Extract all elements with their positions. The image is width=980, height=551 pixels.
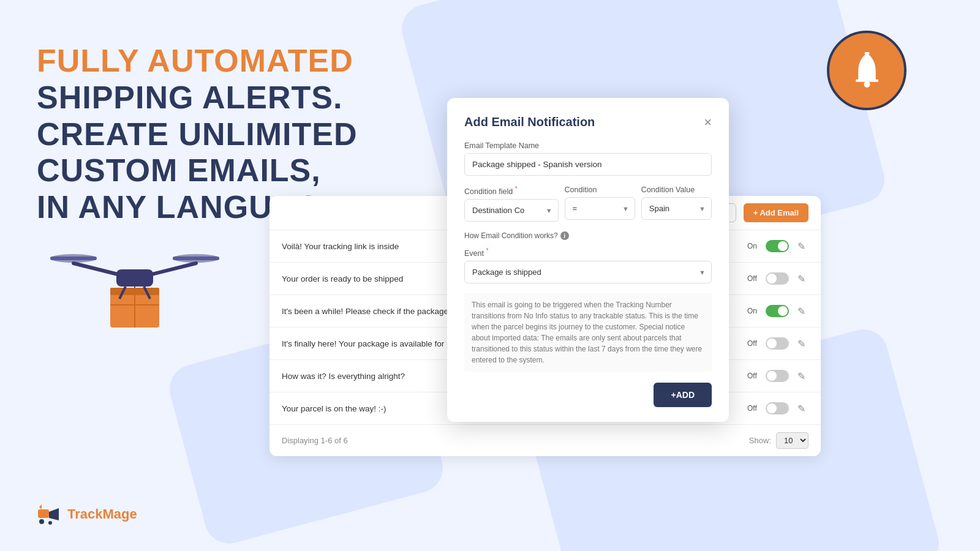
condition-value-label: Condition Value — [641, 186, 712, 194]
show-dropdown[interactable]: 10 25 50 — [776, 432, 809, 449]
svg-line-6 — [74, 263, 123, 276]
row-controls: Off ✎ — [747, 401, 809, 416]
condition-value-group: Condition Value Spain ▼ — [641, 186, 712, 222]
logo-mage: Mage — [103, 506, 137, 522]
display-count: Displaying 1-6 of 6 — [282, 436, 348, 445]
svg-rect-1 — [864, 52, 869, 54]
how-email-works-link[interactable]: How Email Condition works? i — [464, 231, 712, 240]
toggle-label: Off — [747, 274, 761, 283]
add-email-modal: Add Email Notification × Email Template … — [447, 98, 729, 422]
svg-point-0 — [864, 81, 870, 87]
event-select[interactable]: Package is shipped — [464, 261, 712, 283]
event-label: Event * — [464, 247, 712, 258]
edit-button[interactable]: ✎ — [794, 369, 809, 383]
condition-field-group: Condition field * Destination Co ▼ — [464, 186, 559, 222]
show-select: Show: 10 25 50 — [749, 432, 809, 449]
add-button[interactable]: +ADD — [654, 383, 712, 407]
modal-title: Add Email Notification — [464, 115, 595, 129]
condition-operator-select[interactable]: = != — [565, 197, 635, 220]
email-list-footer: Displaying 1-6 of 6 Show: 10 25 50 — [270, 424, 821, 456]
row-controls: Off ✎ — [747, 336, 809, 351]
toggle-label: Off — [747, 404, 761, 413]
toggle-label: Off — [747, 339, 761, 348]
condition-value-select-wrapper: Spain ▼ — [641, 197, 712, 220]
svg-point-18 — [48, 521, 52, 525]
toggle-switch[interactable] — [766, 240, 789, 252]
drone-illustration — [37, 214, 233, 337]
toggle-label: On — [747, 242, 761, 250]
info-icon: i — [560, 231, 569, 240]
row-controls: On ✎ — [747, 304, 809, 318]
toggle-switch[interactable] — [766, 272, 789, 285]
edit-button[interactable]: ✎ — [794, 304, 809, 318]
event-select-wrapper: Package is shipped ▼ — [464, 261, 712, 283]
logo-icon — [37, 502, 61, 527]
hero-line1-orange: FULLY AUTOMATED — [37, 43, 353, 78]
condition-value-select[interactable]: Spain — [641, 197, 712, 220]
show-label: Show: — [749, 436, 771, 445]
hero-line2: CREATE UNLIMITED CUSTOM EMAILS, — [37, 116, 357, 189]
condition-field-select-wrapper: Destination Co ▼ — [464, 199, 559, 222]
svg-line-7 — [147, 263, 196, 276]
condition-operator-group: Condition = != ▼ — [565, 186, 635, 222]
edit-button[interactable]: ✎ — [794, 336, 809, 351]
toggle-switch[interactable] — [766, 370, 789, 382]
toggle-label: On — [747, 307, 761, 315]
edit-button[interactable]: ✎ — [794, 239, 809, 253]
template-name-group: Email Template Name — [464, 141, 712, 176]
toggle-switch[interactable] — [766, 305, 789, 317]
condition-operator-select-wrapper: = != ▼ — [565, 197, 635, 220]
condition-operator-label: Condition — [565, 186, 635, 194]
condition-row: Condition field * Destination Co ▼ Condi… — [464, 186, 712, 222]
toggle-switch[interactable] — [766, 337, 789, 350]
row-controls: Off ✎ — [747, 369, 809, 383]
main-content: FULLY AUTOMATED SHIPPING ALERTS. CREATE … — [0, 0, 980, 551]
svg-rect-9 — [50, 257, 97, 260]
toggle-label: Off — [747, 372, 761, 380]
edit-button[interactable]: ✎ — [794, 401, 809, 416]
logo-text: TrackMage — [67, 506, 137, 522]
template-name-label: Email Template Name — [464, 141, 712, 150]
add-email-button[interactable]: + Add Email — [744, 203, 809, 222]
modal-close-button[interactable]: × — [704, 116, 712, 129]
condition-field-select[interactable]: Destination Co — [464, 199, 559, 222]
hero-line1-dark: SHIPPING ALERTS. — [37, 80, 342, 115]
event-group: Event * Package is shipped ▼ — [464, 247, 712, 283]
svg-point-17 — [39, 519, 44, 524]
edit-button[interactable]: ✎ — [794, 271, 809, 286]
row-controls: Off ✎ — [747, 271, 809, 286]
event-info-text: This email is going to be triggered when… — [464, 293, 712, 372]
logo: TrackMage — [37, 502, 137, 527]
modal-header: Add Email Notification × — [464, 115, 712, 129]
logo-track: Track — [67, 506, 103, 522]
template-name-input[interactable] — [464, 153, 712, 176]
row-controls: On ✎ — [747, 239, 809, 253]
bell-circle — [827, 31, 907, 110]
svg-rect-16 — [38, 509, 49, 518]
bell-icon — [847, 51, 887, 91]
condition-field-label: Condition field * — [464, 186, 559, 196]
svg-rect-11 — [173, 257, 219, 260]
svg-rect-5 — [116, 269, 153, 287]
toggle-switch[interactable] — [766, 402, 789, 414]
